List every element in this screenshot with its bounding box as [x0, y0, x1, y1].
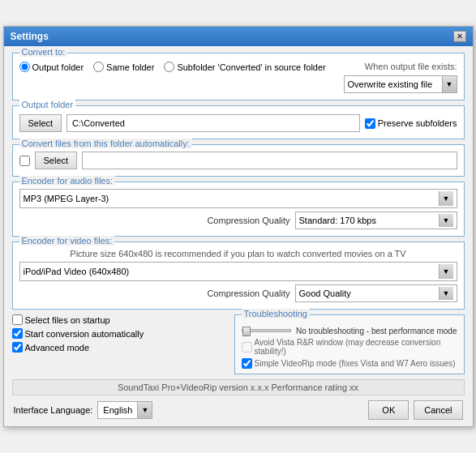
- radio-output-folder-label: Output folder: [32, 62, 84, 72]
- language-dropdown[interactable]: English ▼: [97, 401, 152, 419]
- title-bar-buttons: ✕: [453, 31, 466, 42]
- audio-compression-label: Compression Quality: [207, 216, 289, 225]
- footer-row: Interface Language: English ▼ OK Cancel: [12, 400, 465, 420]
- window-title: Settings: [11, 31, 49, 42]
- troubleshooting-box: Troubleshooting No troubleshooting - bes…: [234, 314, 465, 374]
- audio-codec-text: MP3 (MPEG Layer-3): [24, 194, 109, 203]
- start-auto-check[interactable]: Start conversion automatically: [12, 328, 228, 339]
- select-startup-label: Select files on startup: [25, 315, 110, 325]
- ok-button[interactable]: OK: [368, 400, 409, 420]
- advanced-mode-check[interactable]: Advanced mode: [12, 342, 228, 353]
- convert-to-radio-group: Output folder Same folder Subfolder 'Con…: [19, 58, 326, 74]
- output-folder-path-input[interactable]: [66, 114, 360, 132]
- title-bar: Settings ✕: [4, 27, 473, 46]
- close-button[interactable]: ✕: [453, 31, 466, 42]
- output-folder-select-button[interactable]: Select: [19, 114, 62, 132]
- avoid-vista-label: Avoid Vista R&R window (may decrease con…: [255, 338, 457, 356]
- encoder-audio-group: Encoder for audio files: MP3 (MPEG Layer…: [12, 182, 465, 237]
- avoid-vista-check[interactable]: Avoid Vista R&R window (may decrease con…: [242, 338, 457, 356]
- video-compression-dropdown[interactable]: Good Quality ▼: [295, 284, 457, 302]
- language-dropdown-arrow[interactable]: ▼: [137, 402, 152, 418]
- convert-to-group: Convert to: Output folder Same folder Su…: [12, 53, 465, 100]
- start-auto-label: Start conversion automatically: [25, 329, 144, 339]
- video-codec-dropdown[interactable]: iPod/iPad Video (640x480) ▼: [19, 262, 457, 281]
- content-area: Convert to: Output folder Same folder Su…: [4, 46, 473, 426]
- audio-compression-arrow[interactable]: ▼: [439, 214, 453, 227]
- audio-codec-dropdown[interactable]: MP3 (MPEG Layer-3) ▼: [19, 189, 457, 208]
- simple-videorip-check[interactable]: Simple VideoRip mode (fixes Vista and W7…: [242, 358, 457, 369]
- language-text: English: [98, 404, 137, 417]
- convert-auto-select-button[interactable]: Select: [35, 152, 78, 169]
- simple-videorip-label: Simple VideoRip mode (fixes Vista and W7…: [255, 359, 456, 368]
- select-startup-check[interactable]: Select files on startup: [12, 314, 228, 325]
- audio-codec-arrow[interactable]: ▼: [439, 191, 453, 206]
- audio-compression-row: Compression Quality Standard: 170 kbps ▼: [19, 212, 457, 229]
- convert-auto-group: Convert files from this folder automatic…: [12, 144, 465, 177]
- convert-auto-path-input[interactable]: [82, 152, 457, 169]
- troubleshoot-slider-row: No troubleshooting - best performance mo…: [242, 325, 457, 335]
- overwrite-dropdown[interactable]: Overwrite existing file ▼: [344, 75, 457, 93]
- radio-same-folder[interactable]: Same folder: [93, 62, 154, 72]
- convert-to-label: Convert to:: [19, 47, 68, 57]
- convert-auto-label: Convert files from this folder automatic…: [19, 139, 192, 148]
- troubleshoot-mode-text: No troubleshooting - best performance mo…: [296, 327, 457, 335]
- preserve-subfolders-check[interactable]: Preserve subfolders: [365, 118, 457, 129]
- radio-subfolder-label: Subfolder 'Converted' in source folder: [177, 62, 325, 72]
- radio-subfolder[interactable]: Subfolder 'Converted' in source folder: [164, 62, 325, 72]
- radio-output-folder[interactable]: Output folder: [19, 62, 84, 72]
- when-output-label: When output file exists:: [365, 62, 457, 71]
- interface-language-label: Interface Language:: [14, 405, 93, 415]
- troubleshoot-slider[interactable]: [242, 329, 292, 332]
- bottom-section: Select files on startup Start conversion…: [12, 314, 465, 374]
- output-folder-group: Output folder Select Preserve subfolders: [12, 105, 465, 139]
- output-folder-label: Output folder: [19, 100, 76, 109]
- video-codec-arrow[interactable]: ▼: [439, 264, 453, 279]
- when-output-section: When output file exists:: [365, 62, 457, 71]
- audio-compression-value: Standard: 170 kbps: [299, 216, 376, 225]
- status-bar: SoundTaxi Pro+VideoRip version x.x.x Per…: [12, 379, 465, 395]
- status-text: SoundTaxi Pro+VideoRip version x.x.x Per…: [118, 382, 358, 392]
- settings-window: Settings ✕ Convert to: Output folder Sam…: [3, 26, 474, 427]
- advanced-mode-label: Advanced mode: [25, 343, 90, 353]
- video-info-text: Picture size 640x480 is recommended if y…: [19, 249, 457, 259]
- video-compression-value: Good Quality: [299, 288, 351, 298]
- slider-thumb[interactable]: [242, 327, 251, 336]
- video-compression-label: Compression Quality: [207, 288, 289, 298]
- cancel-button[interactable]: Cancel: [414, 400, 462, 420]
- encoder-video-group: Encoder for video files: Picture size 64…: [12, 241, 465, 310]
- convert-auto-checkbox[interactable]: [19, 156, 30, 166]
- troubleshooting-label: Troubleshooting: [242, 309, 310, 318]
- language-section: Interface Language: English ▼: [14, 401, 153, 419]
- preserve-subfolders-label: Preserve subfolders: [378, 118, 457, 128]
- left-options: Select files on startup Start conversion…: [12, 314, 228, 374]
- ok-cancel-buttons: OK Cancel: [368, 400, 462, 420]
- overwrite-option-text: Overwrite existing file: [345, 78, 442, 91]
- overwrite-dropdown-arrow[interactable]: ▼: [442, 76, 457, 92]
- video-compression-arrow[interactable]: ▼: [439, 287, 453, 300]
- radio-same-folder-label: Same folder: [106, 62, 154, 72]
- audio-compression-dropdown[interactable]: Standard: 170 kbps ▼: [295, 212, 457, 229]
- video-codec-text: iPod/iPad Video (640x480): [24, 267, 130, 276]
- encoder-video-label: Encoder for video files:: [19, 236, 115, 246]
- encoder-audio-label: Encoder for audio files:: [19, 176, 116, 186]
- video-compression-row: Compression Quality Good Quality ▼: [19, 284, 457, 302]
